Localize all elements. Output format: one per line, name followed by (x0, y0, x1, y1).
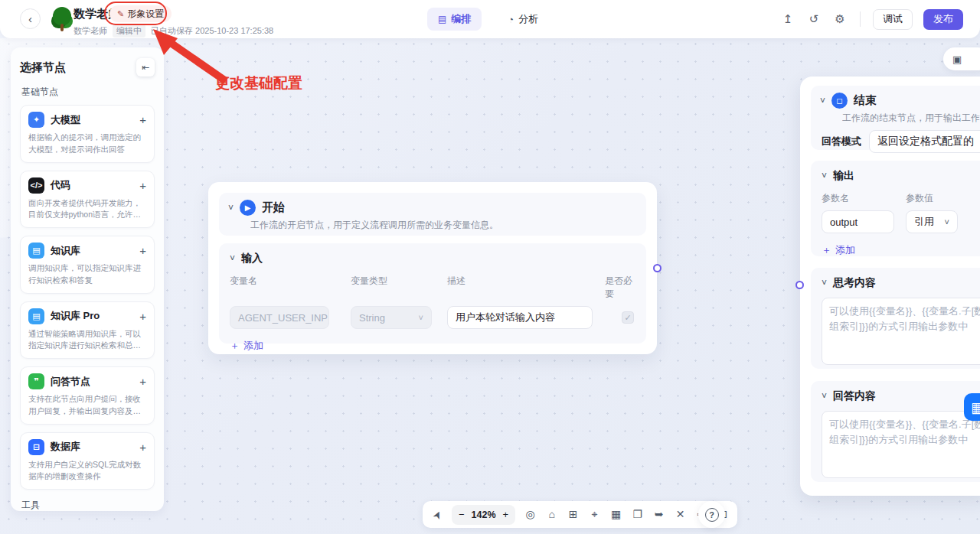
add-node-plus-icon[interactable]: + (139, 310, 146, 323)
focus-icon[interactable]: ⌖ (588, 508, 601, 521)
plus-icon: ＋ (822, 243, 831, 257)
pointer-tool-icon[interactable]: ➤ (430, 509, 443, 521)
grid-layout-icon[interactable]: ▦ (609, 508, 622, 521)
node-description: 根据输入的提示词，调用选定的大模型，对提示词作出回答 (28, 132, 146, 156)
input-section-title: 输入 (241, 252, 263, 265)
avatar-settings-label: 形象设置 (127, 8, 164, 21)
col-param-name: 参数名 (822, 192, 906, 205)
plus-icon: ＋ (230, 339, 240, 353)
top-header: ‹ 数学老师 ✎ 形象设置 数学老师 编辑中 已自动保存 2025-10-23 … (0, 0, 980, 38)
autosave-text: 已自动保存 2025-10-23 17:25:38 (151, 25, 273, 37)
canvas-toolbar: ➤ − 142% + ◎ ⌂ ⊞ ⌖ ▦ ❐ ➥ ✕ ⇨ ⊡ (423, 501, 737, 528)
input-section: ˅ 输入 变量名 变量类型 描述 是否必要 AGENT_USER_INP Str… (219, 243, 646, 344)
answer-content-textarea[interactable]: 可以使用{{变量名}}、{{变量名.子[数组索引]}}的方式引用输出参数中 (822, 411, 980, 478)
node-name: 数据库 (51, 440, 133, 454)
node-description: 通过智能策略调用知识库，可以指定知识库进行知识检索和总结答复 (28, 328, 146, 353)
locate-icon[interactable]: ◎ (524, 508, 537, 521)
layout-beautify-icon[interactable]: ⌂ (545, 508, 558, 521)
variable-desc-field[interactable]: 用户本轮对话输入内容 (447, 306, 593, 329)
variable-name-field[interactable]: AGENT_USER_INP (230, 306, 329, 329)
node-card[interactable]: ▤ 知识库 + 调用知识库，可以指定知识库进行知识检索和答复 (20, 236, 155, 294)
node-name: 知识库 Pro (51, 309, 133, 323)
node-card[interactable]: ▤ 知识库 Pro + 通过智能策略调用知识库，可以指定知识库进行知识检索和总结… (20, 301, 155, 360)
help-button[interactable]: ? (698, 501, 725, 528)
add-node-plus-icon[interactable]: + (139, 244, 146, 257)
variable-type-select[interactable]: String ˅ (351, 306, 432, 329)
chevron-down-icon[interactable]: ˅ (822, 278, 827, 288)
answer-mode-select[interactable]: 返回设定格式配置的 (869, 130, 980, 153)
person-edit-icon: ✎ (117, 9, 124, 19)
add-variable-button[interactable]: ＋ 添加 (230, 339, 276, 353)
node-type-icon: </> (28, 177, 44, 194)
input-port[interactable] (795, 281, 804, 289)
agent-status-row: 数学老师 编辑中 已自动保存 2025-10-23 17:25:38 (74, 24, 273, 37)
history-icon[interactable]: ↺ (806, 12, 822, 26)
chevron-down-icon: ˅ (945, 217, 949, 226)
qr-code-badge[interactable]: ▦ (964, 393, 980, 421)
settings-icon[interactable]: ⚙ (832, 12, 848, 26)
base-node-list: ✦ 大模型 + 根据输入的提示词，调用选定的大模型，对提示词作出回答 </> 代… (20, 105, 155, 490)
chevron-down-icon[interactable]: ˅ (230, 253, 235, 264)
add-node-plus-icon[interactable]: + (139, 375, 146, 388)
chevron-down-icon[interactable]: ˅ (820, 96, 825, 106)
col-param-value: 参数值 (906, 192, 933, 205)
upload-icon[interactable]: ↥ (780, 12, 795, 26)
section-label-base: 基础节点 (21, 86, 155, 99)
section-label-tools: 工具 (21, 499, 155, 511)
zoom-level[interactable]: 142% (472, 510, 496, 520)
variable-row: AGENT_USER_INP String ˅ 用户本轮对话输入内容 ✓ (230, 306, 635, 329)
start-node-header: ˅ ▶ 开始 工作流的开启节点，用于定义流程调用所需的业务变量信息。 (219, 193, 646, 236)
back-button[interactable]: ‹ (20, 8, 41, 29)
swap-icon[interactable]: ✕ (674, 508, 687, 521)
end-node-header: ˅ ◻ 结束 工作流的结束节点，用于输出工作流 回答模式 返回设定格式配置的 (811, 86, 980, 150)
node-card[interactable]: </> 代码 + 面向开发者提供代码开发能力，目前仅支持python语言，允许使… (20, 171, 155, 229)
node-card[interactable]: ⊟ 数据库 + 支持用户自定义的SQL完成对数据库的增删改查操作 (20, 432, 155, 490)
end-node-title: 结束 (854, 93, 877, 108)
answer-section: ˅ 回答内容 可以使用{{变量名}}、{{变量名.子[数组索引]}}的方式引用输… (811, 381, 980, 482)
answer-section-title: 回答内容 (833, 389, 876, 403)
node-type-icon: ❞ (28, 373, 44, 389)
avatar-settings-button[interactable]: ✎ 形象设置 (109, 5, 172, 22)
panel-toggle-icon: ▣ (952, 54, 962, 65)
node-name: 知识库 (51, 244, 133, 258)
tab-analyze[interactable]: ◔ 分析 (508, 12, 538, 26)
annotation-text: 更改基础配置 (215, 73, 302, 93)
output-section: ˅ 输出 参数名 参数值 output 引用 ˅ ＋ 添加 (811, 161, 980, 256)
node-name: 问答节点 (51, 375, 133, 389)
node-card[interactable]: ❞ 问答节点 + 支持在此节点向用户提问，接收用户回复，并输出回复内容及提取的信… (20, 366, 155, 425)
thinking-content-textarea[interactable]: 可以使用{{变量名}}、{{变量名.子[数组索引]}}的方式引用输出参数中 (822, 298, 980, 365)
node-card[interactable]: ✦ 大模型 + 根据输入的提示词，调用选定的大模型，对提示词作出回答 (20, 105, 155, 163)
agent-subtitle: 数学老师 (74, 25, 107, 37)
agent-avatar[interactable] (47, 5, 77, 34)
chevron-down-icon[interactable]: ˅ (228, 203, 234, 213)
node-type-icon: ▤ (28, 243, 44, 259)
add-param-button[interactable]: ＋ 添加 (822, 243, 867, 257)
tab-orchestrate[interactable]: ▤ 编排 (427, 8, 482, 31)
end-node-panel[interactable]: ˅ ◻ 结束 工作流的结束节点，用于输出工作流 回答模式 返回设定格式配置的 ˅… (800, 77, 980, 496)
required-checkbox[interactable]: ✓ (622, 311, 634, 324)
header-tabs: ▤ 编排 ◔ 分析 (427, 0, 538, 38)
start-node[interactable]: ˅ ▶ 开始 工作流的开启节点，用于定义流程调用所需的业务变量信息。 ˅ 输入 … (208, 182, 657, 354)
add-node-plus-icon[interactable]: + (139, 179, 146, 192)
add-node-plus-icon[interactable]: + (139, 441, 146, 454)
group-icon[interactable]: ❐ (631, 508, 644, 521)
chevron-down-icon[interactable]: ˅ (822, 391, 827, 402)
col-description: 描述 (447, 275, 605, 301)
chevron-down-icon[interactable]: ˅ (822, 171, 827, 181)
status-badge: 编辑中 (113, 24, 145, 37)
add-node-icon[interactable]: ⊞ (567, 508, 580, 521)
debug-button[interactable]: 调试 (873, 9, 913, 30)
param-value-select[interactable]: 引用 ˅ (906, 210, 958, 233)
connector-icon[interactable]: ➥ (652, 508, 665, 521)
panel-toggle-pill[interactable]: ▣ (943, 47, 980, 70)
param-name-field[interactable]: output (822, 210, 894, 233)
output-port[interactable] (653, 264, 662, 272)
zoom-in-button[interactable]: + (503, 509, 509, 520)
sidebar-title: 选择节点 (20, 60, 66, 75)
add-node-plus-icon[interactable]: + (139, 113, 146, 126)
collapse-sidebar-icon[interactable]: ⇤ (136, 58, 155, 77)
publish-button[interactable]: 发布 (923, 9, 963, 30)
zoom-out-button[interactable]: − (459, 509, 465, 520)
output-section-title: 输出 (833, 169, 854, 183)
node-description: 支持在此节点向用户提问，接收用户回复，并输出回复内容及提取的信息 (28, 393, 146, 418)
